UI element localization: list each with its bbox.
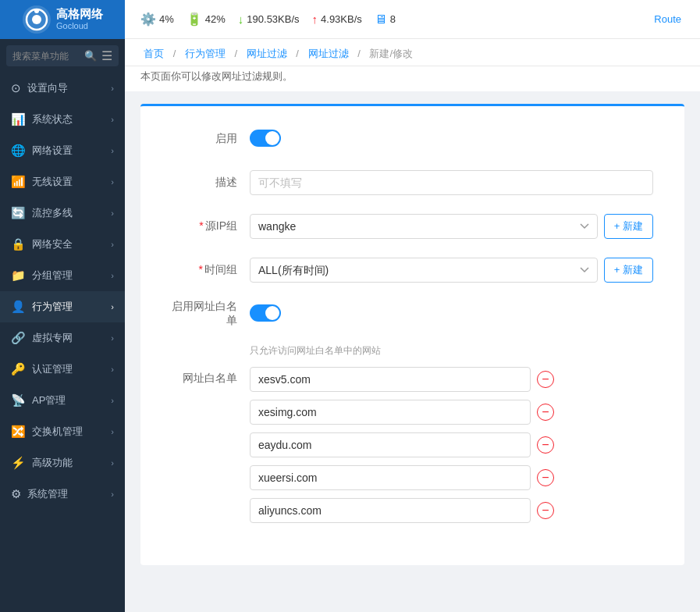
vpn-icon: 🔗 [11,331,26,345]
source-ip-row: *源IP组 wangke + 新建 [172,212,653,240]
whitelist-row-2: − [250,400,653,425]
whitelist-enable-toggle[interactable] [250,304,281,322]
whitelist-input-4[interactable] [250,465,531,490]
sidebar-item-ap[interactable]: 📡 AP管理 › [0,385,125,416]
security-icon: 🔒 [11,237,26,251]
whitelist-enable-label: 启用网址白名单 [172,300,250,328]
arrow-icon: › [111,302,114,311]
sidebar-item-label: 系统状态 [32,112,73,126]
logo: 高格网络 Gocloud [0,0,125,39]
whitelist-remove-1[interactable]: − [537,371,554,388]
mem-icon: 🔋 [187,12,202,27]
enable-toggle[interactable] [250,130,281,147]
whitelist-remove-2[interactable]: − [537,404,554,421]
sidebar-item-system[interactable]: 📊 系统状态 › [0,104,125,135]
arrow-icon: › [111,365,114,374]
sidebar-item-label: 虚拟专网 [32,331,73,345]
whitelist-input-3[interactable] [250,432,531,457]
arrow-icon: › [111,396,114,405]
behavior-icon: 👤 [11,300,26,314]
sidebar-item-group[interactable]: 📁 分组管理 › [0,260,125,291]
whitelist-remove-4[interactable]: − [537,469,554,486]
sidebar-item-setup[interactable]: ⊙ 设置向导 › [0,73,125,104]
sidebar-item-label: 流控多线 [32,206,73,220]
sidebar-item-flow[interactable]: 🔄 流控多线 › [0,197,125,229]
sidebar-item-label: 行为管理 [32,300,73,314]
sidebar-search: 🔍 ☰ [6,45,119,66]
whitelist-input-1[interactable] [250,367,531,392]
search-icon[interactable]: 🔍 [84,50,97,62]
time-group-new-button[interactable]: + 新建 [604,258,653,283]
svg-point-3 [34,9,39,13]
setup-icon: ⊙ [11,81,21,95]
source-ip-select[interactable]: wangke [250,214,598,239]
sidebar-item-wireless[interactable]: 📶 无线设置 › [0,166,125,197]
breadcrumb-sep: / [173,48,179,59]
ap-icon: 📡 [11,393,26,407]
sidebar-item-advanced[interactable]: ⚡ 高级功能 › [0,447,125,479]
whitelist-entries-row: 网址白名单 − − − [172,367,653,531]
download-icon: ↓ [238,12,244,26]
time-group-row: *时间组 ALL(所有时间) + 新建 [172,256,653,284]
sidebar-item-label: 分组管理 [32,269,73,283]
breadcrumb-description: 本页面你可以修改网址过滤规则。 [125,66,700,91]
desc-label: 描述 [172,176,250,190]
sidebar-item-switch[interactable]: 🔀 交换机管理 › [0,416,125,447]
time-group-select[interactable]: ALL(所有时间) [250,258,598,283]
sysadmin-icon: ⚙ [11,487,21,501]
sidebar-item-label: 高级功能 [32,456,73,470]
sidebar-item-auth[interactable]: 🔑 认证管理 › [0,354,125,385]
form-container: 启用 描述 *源IP组 [125,91,700,612]
sidebar-item-network[interactable]: 🌐 网络设置 › [0,135,125,166]
route-link[interactable]: Route [654,13,681,25]
breadcrumb-urlfilter1[interactable]: 网址过滤 [247,48,287,59]
network-icon: 🌐 [11,144,26,158]
mem-stat: 🔋 42% [187,12,226,27]
search-input[interactable] [12,51,80,62]
whitelist-input-2[interactable] [250,400,531,425]
monitor-stat: 🖥 8 [375,12,396,27]
time-group-control: ALL(所有时间) + 新建 [250,258,653,283]
desc-input[interactable] [250,170,653,195]
enable-label: 启用 [172,132,250,146]
whitelist-remove-5[interactable]: − [537,502,554,519]
cpu-icon: ⚙️ [140,12,156,27]
svg-point-2 [32,15,41,24]
whitelist-row-3: − [250,432,653,457]
desc-control [250,170,653,195]
desc-row: 描述 [172,169,653,197]
download-value: 190.53KB/s [247,13,299,25]
sidebar-item-label: 认证管理 [32,362,73,376]
breadcrumb-sep: / [296,48,301,59]
arrow-icon: › [111,489,114,499]
cpu-stat: ⚙️ 4% [140,12,174,27]
whitelist-row-1: − [250,367,653,392]
whitelist-input-5[interactable] [250,498,531,523]
whitelist-row-4: − [250,465,653,490]
form-card: 启用 描述 *源IP组 [140,104,684,565]
sidebar-item-behavior[interactable]: 👤 行为管理 › [0,291,125,322]
menu-toggle-icon[interactable]: ☰ [101,48,112,63]
breadcrumb-behavior[interactable]: 行为管理 [185,48,226,59]
sidebar-item-sysadmin[interactable]: ⚙ 系统管理 › [0,479,125,510]
upload-icon: ↑ [312,12,318,26]
whitelist-enable-control [250,304,653,324]
arrow-icon: › [111,271,114,280]
advanced-icon: ⚡ [11,456,26,470]
auth-icon: 🔑 [11,362,26,376]
sidebar-item-vpn[interactable]: 🔗 虚拟专网 › [0,322,125,354]
arrow-icon: › [111,146,114,155]
mem-value: 42% [205,13,226,25]
enable-control [250,130,653,149]
upload-value: 4.93KB/s [321,13,362,25]
source-ip-new-button[interactable]: + 新建 [604,214,653,239]
whitelist-remove-3[interactable]: − [537,436,554,454]
arrow-icon: › [111,458,114,468]
arrow-icon: › [111,208,114,218]
sidebar-item-security[interactable]: 🔒 网络安全 › [0,229,125,260]
whitelist-entries: − − − − [250,367,653,531]
breadcrumb-urlfilter2[interactable]: 网址过滤 [308,48,349,59]
enable-row: 启用 [172,125,653,153]
time-group-label: *时间组 [172,263,250,277]
breadcrumb-home[interactable]: 首页 [144,48,164,59]
